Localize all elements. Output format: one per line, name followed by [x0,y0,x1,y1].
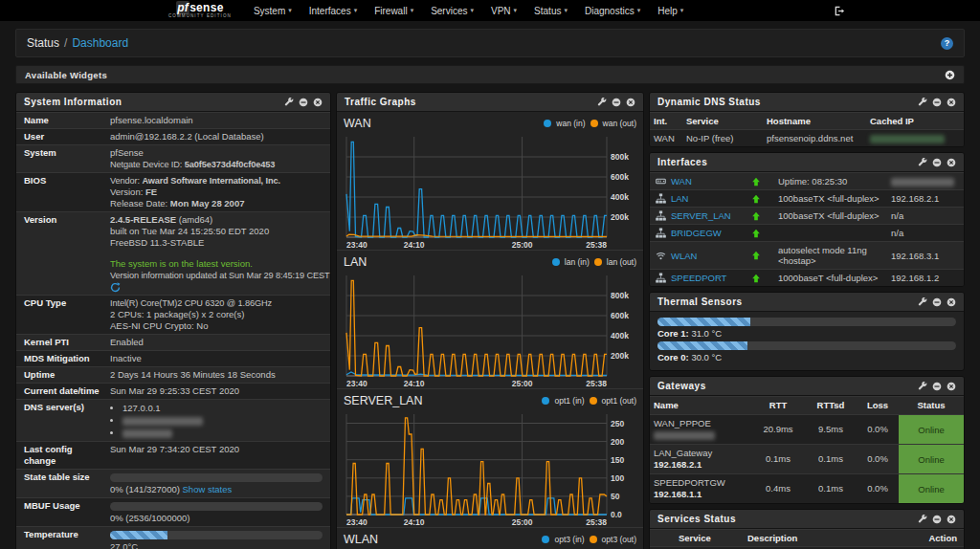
svg-text:25:00: 25:00 [512,379,533,388]
nav-firewall[interactable]: Firewall▾ [366,0,422,21]
table-row: LAN 100baseTX <full-duplex> 192.168.2.1 [650,189,964,207]
services-status-panel: Services Status Service Description Acti… [649,509,965,549]
close-icon[interactable] [947,297,956,307]
sitemap-icon [656,210,666,221]
collapse-icon[interactable] [932,98,942,107]
nav-services[interactable]: Services▾ [422,0,482,21]
gateways-panel: Gateways Name RTT RTTsd Loss Status WAN_… [649,376,965,504]
nav-status[interactable]: Status▾ [525,0,576,21]
panel-header: Thermal Sensors [650,293,964,312]
core0-temp-bar [657,341,956,350]
nav-system[interactable]: System▾ [245,0,301,21]
close-icon[interactable] [947,158,956,167]
svg-text:400k: 400k [611,192,629,202]
sitemap-icon [656,228,666,238]
svg-text:24:10: 24:10 [404,240,425,250]
collapse-icon[interactable] [932,297,942,307]
legend-dot-out [590,120,598,127]
show-states-link[interactable]: Show states [183,484,233,494]
wrench-icon[interactable] [597,98,607,107]
legend-dot-in [552,258,560,266]
collapse-icon[interactable] [299,98,308,107]
interface-link[interactable]: WAN [667,173,751,189]
nav-diagnostics[interactable]: Diagnostics▾ [576,0,649,21]
interface-link[interactable]: SERVER_LAN [667,208,751,224]
status-up-icon [751,251,761,260]
table-row: SERVER_LAN 100baseTX <full-duplex> n/a [650,207,964,224]
sign-out-icon[interactable] [834,6,845,16]
table-header-row: Service Description Action [650,529,964,546]
interface-link[interactable]: WLAN [667,248,751,264]
svg-text:200: 200 [611,437,624,447]
pfsense-logo[interactable]: pfsense COMMUNITY EDITION [168,2,232,19]
interface-link[interactable]: LAN [667,190,751,207]
help-icon[interactable]: ? [941,37,953,50]
collapse-icon[interactable] [612,98,621,107]
close-icon[interactable] [313,98,323,107]
table-row: BIOS Vendor: Award Software Internationa… [16,172,330,211]
table-row: CPU Type Intel(R) Core(TM)2 CPU 6320 @ 1… [16,295,330,334]
nav-vpn[interactable]: VPN▾ [482,0,525,21]
thermal-sensor: Core 1: 31.0 °C [657,318,956,340]
table-row: SPEEDPORTGW192.168.1.1 0.4ms 0.1ms 0.0% … [650,473,964,503]
wrench-icon[interactable] [918,98,927,107]
status-up-icon [751,211,761,221]
wan-traffic-chart: 200k400k600k800k23:4024:1025:0025:38 [344,131,636,250]
panel-header: Interfaces [650,153,964,172]
breadcrumb-page-link[interactable]: Dashboard [72,36,128,50]
close-icon[interactable] [947,382,956,391]
available-widgets-bar[interactable]: Available Widgets [15,65,965,84]
status-up-icon [751,194,761,204]
table-row: LAN_Gateway192.168.2.1 0.1ms 0.1ms 0.0% … [650,444,964,473]
interface-link[interactable]: SPEEDPORT [667,270,751,286]
svg-text:100: 100 [611,473,624,483]
redacted-wan-ip [891,178,954,187]
wrench-icon[interactable] [918,297,927,307]
table-row: WLAN autoselect mode 11ng <hostap> 192.1… [650,241,964,269]
redacted-dns-server [122,417,203,426]
gateway-status-badge: Online [899,474,964,503]
server-lan-traffic-chart: 0.05010015020025023:4024:1025:0025:38 [344,408,636,527]
table-row: Kernel PTIEnabled [16,334,330,350]
svg-text:150: 150 [611,455,624,465]
nav-help[interactable]: Help▾ [649,0,692,21]
close-icon[interactable] [947,515,956,524]
wrench-icon[interactable] [284,98,294,107]
table-row: WAN_PPPOE 20.9ms 9.5ms 0.0% Online [650,414,964,444]
wrench-icon[interactable] [918,515,927,524]
caret-down-icon: ▾ [637,7,641,14]
sitemap-icon [656,273,666,283]
legend-dot-out [590,536,597,543]
add-widget-icon[interactable] [945,70,955,80]
modem-icon [656,176,666,187]
table-row: MDS MitigationInactive [16,350,330,366]
table-row: WAN No-IP (free) pfsensenoip.ddns.net [650,129,964,146]
panel-header: Traffic Graphs [337,93,643,112]
collapse-icon[interactable] [932,515,942,524]
refresh-icon[interactable] [110,282,121,293]
svg-text:25:38: 25:38 [586,517,607,527]
legend-dot-out [590,397,597,405]
brand-text: pfsense [176,2,223,13]
close-icon[interactable] [947,98,956,107]
svg-text:25:38: 25:38 [586,379,607,388]
thermal-sensor: Core 0: 30.0 °C [657,341,956,363]
legend-dot-in [544,120,551,127]
panel-title: Interfaces [657,157,707,167]
table-row: Useradmin@192.168.2.2 (Local Database) [16,128,330,144]
svg-text:800k: 800k [611,291,629,300]
interface-link[interactable]: BRIDGEGW [667,225,751,241]
legend-dot-in [542,536,549,543]
nav-interfaces[interactable]: Interfaces▾ [301,0,366,21]
close-icon[interactable] [626,98,635,107]
svg-text:600k: 600k [611,172,629,182]
collapse-icon[interactable] [932,158,942,167]
collapse-icon[interactable] [932,382,942,391]
wrench-icon[interactable] [918,382,927,391]
legend-dot-out [594,258,602,266]
wrench-icon[interactable] [918,158,927,167]
column-right: Dynamic DNS Status Int. Service Hostname… [649,92,965,549]
panel-header: System Information [16,93,330,112]
table-row: SPEEDPORT 1000baseT <full-duplex> 192.16… [650,269,964,286]
panel-title: System Information [24,97,122,107]
